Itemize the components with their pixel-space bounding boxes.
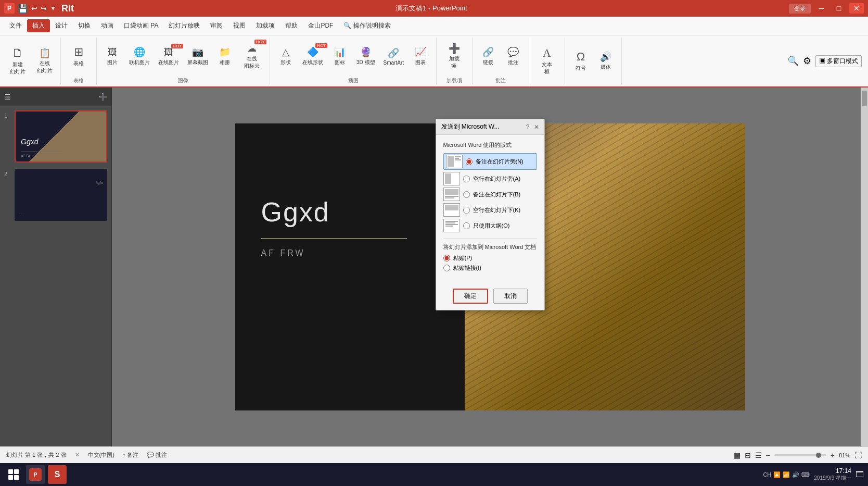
radio-opt2[interactable] — [463, 176, 470, 182]
radio-opt1[interactable] — [466, 158, 473, 165]
paste-link-label: 粘贴链接(I) — [453, 264, 481, 272]
dialog-option-2[interactable]: 空行在幻灯片旁(A) — [443, 172, 537, 185]
tray-keyboard[interactable]: ⌨ — [801, 471, 810, 478]
vertical-scrollbar[interactable] — [861, 88, 868, 446]
search-icon[interactable]: 🔍 — [787, 55, 799, 67]
tray-wifi[interactable]: 📶 — [783, 471, 790, 478]
dialog-option-3[interactable]: 备注在幻灯片下(B) — [443, 188, 537, 201]
menu-bar: 文件 插入 设计 切换 动画 口袋动画 PA 幻灯片放映 审阅 视图 加载项 帮… — [0, 17, 868, 35]
view-outline-icon[interactable]: ☰ — [755, 451, 762, 459]
taskbar-app-pp[interactable]: P — [26, 465, 45, 484]
taskbar-app-s[interactable]: S — [48, 465, 67, 484]
addins-button[interactable]: ➕ 加载项· — [441, 41, 468, 72]
comment-button[interactable]: 💬 批注 — [502, 44, 525, 68]
menu-view[interactable]: 视图 — [228, 19, 251, 32]
slide-preview-1[interactable]: Ggxd af far — [15, 110, 107, 163]
view-slide-icon[interactable]: ⊟ — [745, 451, 751, 459]
zoom-slider[interactable] — [774, 454, 826, 456]
dialog-help-icon[interactable]: ? — [526, 123, 530, 131]
menu-design[interactable]: 设计 — [50, 19, 73, 32]
multiwindow-button[interactable]: ▣ 多窗口模式 — [815, 55, 862, 67]
sidebar-toolbar: ☰ ➕ — [0, 88, 111, 106]
minimize-button[interactable]: ─ — [814, 3, 828, 14]
customize-icon[interactable]: ▼ — [50, 5, 56, 12]
radio-paste-link[interactable] — [443, 265, 450, 271]
dialog-buttons: 确定 取消 — [436, 284, 544, 310]
media-button[interactable]: 🔊 媒体 — [594, 49, 617, 73]
confirm-button[interactable]: 确定 — [453, 289, 488, 304]
restore-button[interactable]: □ — [832, 3, 846, 14]
radio-paste[interactable] — [443, 255, 450, 261]
notes-icon[interactable]: ↑ 备注 — [123, 451, 139, 459]
tray-volume[interactable]: 🔊 — [792, 471, 799, 478]
option2-icon — [443, 172, 460, 185]
dialog-option-5[interactable]: 只使用大纲(O) — [443, 219, 537, 232]
slide-thumb-1[interactable]: 1 Ggxd af far — [4, 110, 107, 163]
system-clock[interactable]: 17:14 2019/9/9 星期一 — [814, 467, 851, 482]
menu-search[interactable]: 🔍 操作说明搜索 — [338, 19, 395, 32]
undo-icon[interactable]: ↩ — [31, 4, 37, 13]
radio-opt5[interactable] — [463, 222, 470, 229]
dialog-title-text: 发送到 Microsoft W... — [441, 122, 500, 131]
menu-pocket-anim[interactable]: 口袋动画 PA — [119, 19, 163, 32]
notification-icon[interactable]: 🗖 — [856, 470, 864, 479]
slide-preview-2[interactable]: tgfx ... — [15, 169, 107, 221]
zoom-plus[interactable]: + — [831, 451, 835, 459]
album-button[interactable]: 📁 相册 — [213, 44, 236, 68]
login-button[interactable]: 登录 — [789, 4, 811, 14]
scroll-thumb[interactable] — [862, 91, 867, 106]
dialog-close-icon[interactable]: ✕ — [534, 123, 539, 131]
cancel-button[interactable]: 取消 — [493, 289, 528, 304]
zoom-minus[interactable]: − — [766, 451, 770, 459]
screenshot-button[interactable]: 📷 屏幕截图 — [184, 44, 211, 68]
sidebar-add-icon[interactable]: ➕ — [98, 93, 107, 101]
fullscreen-icon[interactable]: ⛶ — [854, 451, 862, 459]
sidebar-menu-icon[interactable]: ☰ — [4, 93, 11, 101]
settings-icon[interactable]: ⚙ — [803, 55, 811, 67]
dialog-section1-label: Microsoft Word 使用的版式 — [443, 141, 537, 149]
menu-slideshow[interactable]: 幻灯片放映 — [163, 19, 205, 32]
menu-file[interactable]: 文件 — [4, 19, 27, 32]
dialog-option-4[interactable]: 空行在幻灯片下(K) — [443, 203, 537, 217]
start-button[interactable] — [4, 465, 23, 484]
dialog-paste-option[interactable]: 粘贴(P) — [443, 254, 537, 262]
table-button[interactable]: ⊞ 表格 — [65, 43, 92, 69]
shapes-button[interactable]: △ 形状 — [274, 44, 297, 68]
picture-button[interactable]: 🖼 图片 — [101, 45, 124, 68]
symbol-button[interactable]: Ω 符号 — [569, 48, 592, 74]
dialog-title-bar: 发送到 Microsoft W... ? ✕ — [436, 119, 544, 135]
3d-model-button[interactable]: 🔮 3D 模型 — [353, 44, 378, 68]
view-normal-icon[interactable]: ▦ — [734, 451, 741, 459]
ribbon-group-table: ⊞ 表格 表格 — [61, 38, 97, 84]
menu-help[interactable]: 帮助 — [280, 19, 303, 32]
chart-button[interactable]: 📈 图表 — [409, 44, 432, 68]
menu-jinshan[interactable]: 金山PDF — [303, 19, 338, 32]
slide-thumb-2[interactable]: 2 tgfx ... — [4, 169, 107, 221]
online-pic-button[interactable]: 🌐 联机图片 — [126, 44, 153, 68]
icon-cloud-button[interactable]: ☁ 在线图标云 — [238, 41, 265, 72]
chart-icon-button[interactable]: 📊 图标 — [328, 44, 351, 68]
radio-opt4[interactable] — [463, 207, 470, 214]
menu-review[interactable]: 审阅 — [205, 19, 228, 32]
slide-panel-button[interactable]: 📋 在线幻灯片 — [33, 45, 56, 77]
smartart-button[interactable]: 🔗 SmartArt — [380, 45, 407, 68]
menu-insert[interactable]: 插入 — [27, 19, 50, 32]
menu-addins[interactable]: 加载项 — [251, 19, 280, 32]
dialog-option-1[interactable]: 备注在幻灯片旁(N) — [443, 153, 537, 170]
radio-opt3[interactable] — [463, 191, 470, 198]
close-mark[interactable]: ✕ — [75, 452, 80, 458]
close-button[interactable]: ✕ — [849, 3, 864, 14]
ribbon-group-links: 🔗 链接 💬 批注 批注 — [473, 38, 529, 84]
textbox-button[interactable]: A 文本框 — [533, 44, 560, 78]
menu-animations[interactable]: 动画 — [96, 19, 119, 32]
tray-network[interactable]: 🔼 — [773, 471, 781, 478]
save-icon[interactable]: 💾 — [18, 4, 28, 14]
comments-icon[interactable]: 💬 批注 — [147, 451, 167, 459]
dialog-paste-options: 粘贴(P) 粘贴链接(I) — [443, 254, 537, 272]
redo-icon[interactable]: ↪ — [41, 4, 47, 13]
menu-transitions[interactable]: 切换 — [73, 19, 96, 32]
link-button[interactable]: 🔗 链接 — [477, 44, 500, 68]
dialog-layout-options: 备注在幻灯片旁(N) 空行在幻灯片旁(A) — [443, 153, 537, 232]
dialog-paste-link-option[interactable]: 粘贴链接(I) — [443, 264, 537, 272]
new-slide-button[interactable]: 🗋 新建幻灯片 — [4, 44, 31, 78]
